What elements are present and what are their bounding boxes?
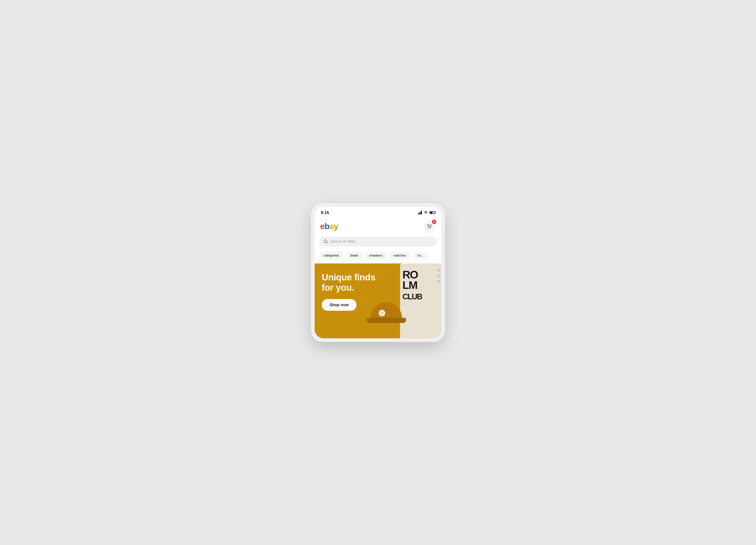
pill-categories[interactable]: categories <box>319 251 343 259</box>
hero-banner: Unique finds for you. Shop now ROLMCLUB <box>315 263 441 338</box>
cart-icon <box>427 223 432 229</box>
pill-fashion[interactable]: fas... <box>413 251 429 259</box>
phone-frame: 9:15 <box>311 203 445 342</box>
pill-sneakers[interactable]: sneakers <box>365 251 387 259</box>
status-icons <box>418 211 435 214</box>
pill-deals[interactable]: deals <box>346 251 362 259</box>
wifi-icon <box>424 211 428 214</box>
filter-pills: categories deals sneakers watches fas... <box>315 249 441 263</box>
logo-y: y <box>334 222 338 231</box>
battery-icon <box>430 211 435 214</box>
logo-e: e <box>320 222 324 231</box>
status-time: 9:15 <box>321 210 329 215</box>
cart-badge: 9 <box>432 219 437 224</box>
svg-point-5 <box>430 227 431 228</box>
pill-watches[interactable]: watches <box>389 251 410 259</box>
svg-marker-0 <box>418 213 419 214</box>
svg-marker-2 <box>421 211 422 214</box>
search-placeholder: Search on eBay <box>330 239 432 243</box>
jacket-decoration: ROLMCLUB <box>400 263 441 338</box>
logo-a: a <box>329 222 334 231</box>
shop-now-button[interactable]: Shop now <box>322 299 357 311</box>
svg-line-7 <box>327 242 328 243</box>
search-icon <box>324 239 328 244</box>
logo-b: b <box>324 222 329 231</box>
cap-decoration <box>369 299 406 327</box>
svg-point-3 <box>425 213 426 214</box>
phone-screen: 9:15 <box>315 207 441 338</box>
ebay-logo: ebay <box>320 222 338 230</box>
svg-marker-1 <box>420 212 421 214</box>
signal-icon <box>418 211 422 214</box>
cart-wrapper: 9 <box>423 220 436 233</box>
hero-image-area: ROLMCLUB <box>374 263 441 338</box>
status-bar: 9:15 <box>315 207 441 217</box>
svg-point-4 <box>428 227 429 228</box>
search-bar[interactable]: Search on eBay <box>319 236 437 246</box>
search-container: Search on eBay <box>315 235 441 249</box>
app-header: ebay 9 <box>315 217 441 235</box>
